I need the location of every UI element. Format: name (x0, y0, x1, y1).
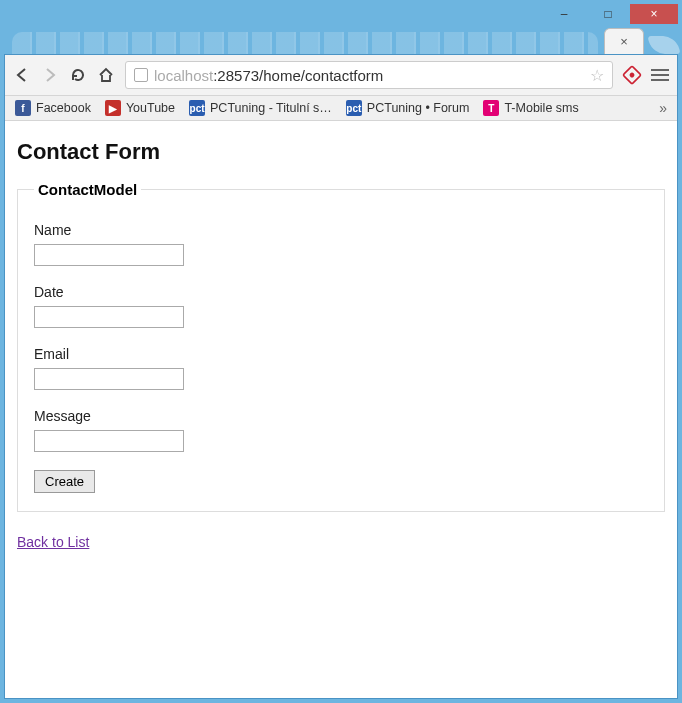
field-email: Email (34, 346, 648, 390)
page-title: Contact Form (17, 139, 665, 165)
contact-fieldset: ContactModel Name Date Email Message (17, 181, 665, 512)
bookmark-label: T-Mobile sms (504, 101, 578, 115)
window-minimize-button[interactable]: – (542, 4, 586, 24)
bookmarks-bar: fFacebook ▶YouTube pctPCTuning - Titulní… (5, 96, 677, 121)
input-date[interactable] (34, 306, 184, 328)
forward-button[interactable] (41, 66, 59, 84)
url-host: localhost:28573/home/contactform (154, 67, 383, 84)
label-email: Email (34, 346, 648, 362)
adblock-extension-icon[interactable] (622, 65, 642, 85)
bookmark-tmobile[interactable]: TT-Mobile sms (483, 100, 578, 116)
field-name: Name (34, 222, 648, 266)
fieldset-legend: ContactModel (34, 181, 141, 198)
bookmark-youtube[interactable]: ▶YouTube (105, 100, 175, 116)
browser-toolbar: localhost:28573/home/contactform ☆ (5, 55, 677, 96)
tab-close-icon[interactable]: × (620, 34, 628, 49)
youtube-icon: ▶ (105, 100, 121, 116)
tmobile-icon: T (483, 100, 499, 116)
bookmark-facebook[interactable]: fFacebook (15, 100, 91, 116)
home-button[interactable] (97, 66, 115, 84)
background-tabs[interactable] (12, 32, 598, 54)
bookmark-pctuning-forum[interactable]: pctPCTuning • Forum (346, 100, 470, 116)
address-bar[interactable]: localhost:28573/home/contactform ☆ (125, 61, 613, 89)
input-message[interactable] (34, 430, 184, 452)
field-date: Date (34, 284, 648, 328)
label-name: Name (34, 222, 648, 238)
facebook-icon: f (15, 100, 31, 116)
window-titlebar: – □ × (4, 4, 678, 28)
label-date: Date (34, 284, 648, 300)
window-close-button[interactable]: × (630, 4, 678, 24)
bookmark-label: YouTube (126, 101, 175, 115)
window-maximize-button[interactable]: □ (586, 4, 630, 24)
chrome-menu-button[interactable] (651, 69, 669, 81)
back-to-list-link[interactable]: Back to List (17, 534, 89, 550)
page-content: Contact Form ContactModel Name Date Emai… (5, 121, 677, 698)
label-message: Message (34, 408, 648, 424)
pctuning-icon: pct (189, 100, 205, 116)
input-name[interactable] (34, 244, 184, 266)
browser-tabstrip: × (4, 28, 678, 54)
create-button[interactable]: Create (34, 470, 95, 493)
new-tab-button[interactable] (647, 36, 681, 54)
bookmark-label: PCTuning • Forum (367, 101, 470, 115)
input-email[interactable] (34, 368, 184, 390)
pctuning-icon: pct (346, 100, 362, 116)
reload-button[interactable] (69, 66, 87, 84)
field-message: Message (34, 408, 648, 452)
back-button[interactable] (13, 66, 31, 84)
bookmark-pctuning-home[interactable]: pctPCTuning - Titulní s… (189, 100, 332, 116)
bookmark-star-icon[interactable]: ☆ (590, 66, 604, 85)
bookmark-label: Facebook (36, 101, 91, 115)
bookmark-label: PCTuning - Titulní s… (210, 101, 332, 115)
bookmarks-overflow-button[interactable]: » (659, 100, 667, 116)
site-icon (134, 68, 148, 82)
active-tab[interactable]: × (604, 28, 644, 54)
